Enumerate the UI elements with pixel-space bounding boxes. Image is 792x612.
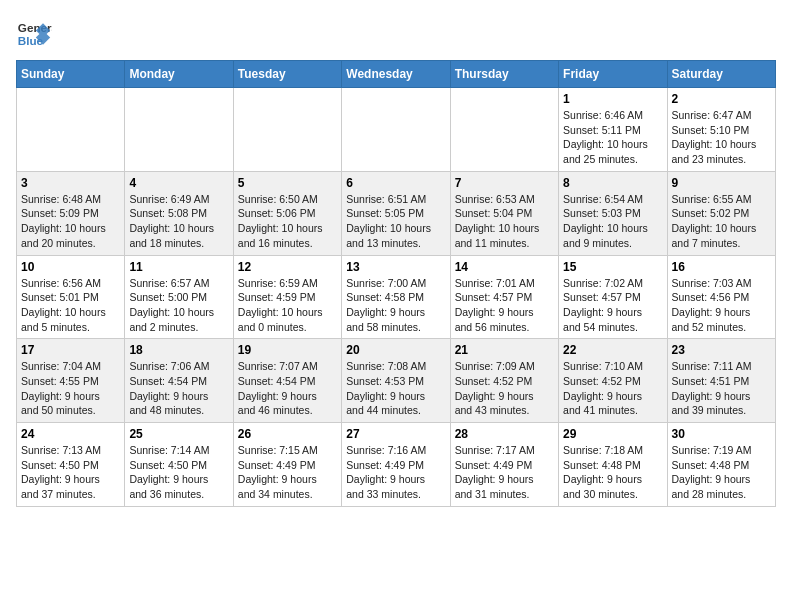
day-info: Sunrise: 7:13 AM Sunset: 4:50 PM Dayligh…: [21, 443, 120, 502]
day-info: Sunrise: 6:53 AM Sunset: 5:04 PM Dayligh…: [455, 192, 554, 251]
calendar-day-25: 25Sunrise: 7:14 AM Sunset: 4:50 PM Dayli…: [125, 423, 233, 507]
page-header: General Blue: [16, 16, 776, 52]
day-number: 3: [21, 176, 120, 190]
day-info: Sunrise: 7:17 AM Sunset: 4:49 PM Dayligh…: [455, 443, 554, 502]
day-number: 27: [346, 427, 445, 441]
calendar-empty: [450, 88, 558, 172]
calendar-week-4: 17Sunrise: 7:04 AM Sunset: 4:55 PM Dayli…: [17, 339, 776, 423]
weekday-header-wednesday: Wednesday: [342, 61, 450, 88]
calendar-week-1: 1Sunrise: 6:46 AM Sunset: 5:11 PM Daylig…: [17, 88, 776, 172]
day-info: Sunrise: 6:57 AM Sunset: 5:00 PM Dayligh…: [129, 276, 228, 335]
day-number: 22: [563, 343, 662, 357]
day-info: Sunrise: 6:48 AM Sunset: 5:09 PM Dayligh…: [21, 192, 120, 251]
day-info: Sunrise: 7:10 AM Sunset: 4:52 PM Dayligh…: [563, 359, 662, 418]
day-number: 17: [21, 343, 120, 357]
calendar-day-15: 15Sunrise: 7:02 AM Sunset: 4:57 PM Dayli…: [559, 255, 667, 339]
calendar-day-22: 22Sunrise: 7:10 AM Sunset: 4:52 PM Dayli…: [559, 339, 667, 423]
day-number: 5: [238, 176, 337, 190]
day-info: Sunrise: 7:01 AM Sunset: 4:57 PM Dayligh…: [455, 276, 554, 335]
calendar-day-30: 30Sunrise: 7:19 AM Sunset: 4:48 PM Dayli…: [667, 423, 775, 507]
day-number: 12: [238, 260, 337, 274]
day-info: Sunrise: 7:00 AM Sunset: 4:58 PM Dayligh…: [346, 276, 445, 335]
calendar-day-28: 28Sunrise: 7:17 AM Sunset: 4:49 PM Dayli…: [450, 423, 558, 507]
calendar-week-3: 10Sunrise: 6:56 AM Sunset: 5:01 PM Dayli…: [17, 255, 776, 339]
weekday-header-sunday: Sunday: [17, 61, 125, 88]
weekday-header-row: SundayMondayTuesdayWednesdayThursdayFrid…: [17, 61, 776, 88]
day-info: Sunrise: 6:49 AM Sunset: 5:08 PM Dayligh…: [129, 192, 228, 251]
calendar-day-23: 23Sunrise: 7:11 AM Sunset: 4:51 PM Dayli…: [667, 339, 775, 423]
day-number: 9: [672, 176, 771, 190]
day-number: 26: [238, 427, 337, 441]
calendar-day-19: 19Sunrise: 7:07 AM Sunset: 4:54 PM Dayli…: [233, 339, 341, 423]
day-info: Sunrise: 6:56 AM Sunset: 5:01 PM Dayligh…: [21, 276, 120, 335]
calendar-day-2: 2Sunrise: 6:47 AM Sunset: 5:10 PM Daylig…: [667, 88, 775, 172]
calendar-day-9: 9Sunrise: 6:55 AM Sunset: 5:02 PM Daylig…: [667, 171, 775, 255]
logo-icon: General Blue: [16, 16, 52, 52]
day-number: 29: [563, 427, 662, 441]
day-info: Sunrise: 7:11 AM Sunset: 4:51 PM Dayligh…: [672, 359, 771, 418]
day-number: 16: [672, 260, 771, 274]
day-number: 13: [346, 260, 445, 274]
calendar-day-26: 26Sunrise: 7:15 AM Sunset: 4:49 PM Dayli…: [233, 423, 341, 507]
day-info: Sunrise: 7:19 AM Sunset: 4:48 PM Dayligh…: [672, 443, 771, 502]
day-info: Sunrise: 7:03 AM Sunset: 4:56 PM Dayligh…: [672, 276, 771, 335]
day-info: Sunrise: 6:47 AM Sunset: 5:10 PM Dayligh…: [672, 108, 771, 167]
calendar-day-11: 11Sunrise: 6:57 AM Sunset: 5:00 PM Dayli…: [125, 255, 233, 339]
weekday-header-monday: Monday: [125, 61, 233, 88]
day-info: Sunrise: 7:04 AM Sunset: 4:55 PM Dayligh…: [21, 359, 120, 418]
calendar-empty: [233, 88, 341, 172]
day-info: Sunrise: 7:18 AM Sunset: 4:48 PM Dayligh…: [563, 443, 662, 502]
day-info: Sunrise: 7:06 AM Sunset: 4:54 PM Dayligh…: [129, 359, 228, 418]
calendar-day-20: 20Sunrise: 7:08 AM Sunset: 4:53 PM Dayli…: [342, 339, 450, 423]
day-number: 30: [672, 427, 771, 441]
day-info: Sunrise: 7:07 AM Sunset: 4:54 PM Dayligh…: [238, 359, 337, 418]
calendar-day-29: 29Sunrise: 7:18 AM Sunset: 4:48 PM Dayli…: [559, 423, 667, 507]
calendar-day-6: 6Sunrise: 6:51 AM Sunset: 5:05 PM Daylig…: [342, 171, 450, 255]
calendar-day-10: 10Sunrise: 6:56 AM Sunset: 5:01 PM Dayli…: [17, 255, 125, 339]
day-number: 11: [129, 260, 228, 274]
day-number: 25: [129, 427, 228, 441]
day-info: Sunrise: 7:15 AM Sunset: 4:49 PM Dayligh…: [238, 443, 337, 502]
calendar-empty: [342, 88, 450, 172]
weekday-header-saturday: Saturday: [667, 61, 775, 88]
day-info: Sunrise: 7:16 AM Sunset: 4:49 PM Dayligh…: [346, 443, 445, 502]
day-number: 7: [455, 176, 554, 190]
day-number: 23: [672, 343, 771, 357]
day-info: Sunrise: 6:54 AM Sunset: 5:03 PM Dayligh…: [563, 192, 662, 251]
day-number: 1: [563, 92, 662, 106]
day-number: 14: [455, 260, 554, 274]
day-info: Sunrise: 7:02 AM Sunset: 4:57 PM Dayligh…: [563, 276, 662, 335]
calendar-empty: [17, 88, 125, 172]
day-info: Sunrise: 6:55 AM Sunset: 5:02 PM Dayligh…: [672, 192, 771, 251]
calendar-day-7: 7Sunrise: 6:53 AM Sunset: 5:04 PM Daylig…: [450, 171, 558, 255]
calendar-day-13: 13Sunrise: 7:00 AM Sunset: 4:58 PM Dayli…: [342, 255, 450, 339]
day-number: 20: [346, 343, 445, 357]
day-number: 21: [455, 343, 554, 357]
calendar-day-1: 1Sunrise: 6:46 AM Sunset: 5:11 PM Daylig…: [559, 88, 667, 172]
day-number: 18: [129, 343, 228, 357]
calendar-day-4: 4Sunrise: 6:49 AM Sunset: 5:08 PM Daylig…: [125, 171, 233, 255]
calendar-day-12: 12Sunrise: 6:59 AM Sunset: 4:59 PM Dayli…: [233, 255, 341, 339]
day-info: Sunrise: 7:14 AM Sunset: 4:50 PM Dayligh…: [129, 443, 228, 502]
day-info: Sunrise: 6:59 AM Sunset: 4:59 PM Dayligh…: [238, 276, 337, 335]
day-number: 24: [21, 427, 120, 441]
calendar-day-27: 27Sunrise: 7:16 AM Sunset: 4:49 PM Dayli…: [342, 423, 450, 507]
calendar-week-5: 24Sunrise: 7:13 AM Sunset: 4:50 PM Dayli…: [17, 423, 776, 507]
day-info: Sunrise: 6:46 AM Sunset: 5:11 PM Dayligh…: [563, 108, 662, 167]
weekday-header-friday: Friday: [559, 61, 667, 88]
day-number: 19: [238, 343, 337, 357]
day-info: Sunrise: 6:50 AM Sunset: 5:06 PM Dayligh…: [238, 192, 337, 251]
day-info: Sunrise: 6:51 AM Sunset: 5:05 PM Dayligh…: [346, 192, 445, 251]
calendar-day-18: 18Sunrise: 7:06 AM Sunset: 4:54 PM Dayli…: [125, 339, 233, 423]
calendar-day-5: 5Sunrise: 6:50 AM Sunset: 5:06 PM Daylig…: [233, 171, 341, 255]
calendar-day-16: 16Sunrise: 7:03 AM Sunset: 4:56 PM Dayli…: [667, 255, 775, 339]
calendar-week-2: 3Sunrise: 6:48 AM Sunset: 5:09 PM Daylig…: [17, 171, 776, 255]
weekday-header-tuesday: Tuesday: [233, 61, 341, 88]
day-number: 6: [346, 176, 445, 190]
day-number: 15: [563, 260, 662, 274]
calendar-day-21: 21Sunrise: 7:09 AM Sunset: 4:52 PM Dayli…: [450, 339, 558, 423]
calendar-day-8: 8Sunrise: 6:54 AM Sunset: 5:03 PM Daylig…: [559, 171, 667, 255]
calendar-table: SundayMondayTuesdayWednesdayThursdayFrid…: [16, 60, 776, 507]
day-number: 10: [21, 260, 120, 274]
logo: General Blue: [16, 16, 52, 52]
